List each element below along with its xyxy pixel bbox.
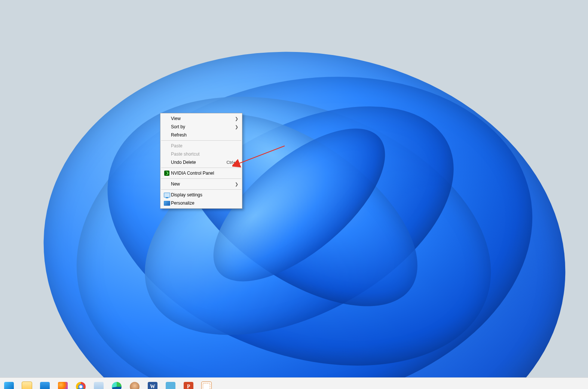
taskbar-chrome[interactable] [72,378,90,389]
wallpaper-bloom [43,0,566,389]
mail-icon [166,382,175,389]
taskbar-edge[interactable] [108,378,126,389]
menu-separator [161,189,241,190]
taskbar-file-explorer[interactable] [18,378,36,389]
menu-label: New [171,181,231,187]
taskbar-start-button[interactable] [0,378,18,389]
menu-item-personalize[interactable]: Personalize [160,199,242,207]
taskbar-microsoft-store[interactable] [36,378,54,389]
menu-shortcut: Ctrl+Z [223,160,238,165]
taskbar-firefox[interactable] [54,378,72,389]
menu-item-paste-shortcut: Paste shortcut [160,150,242,158]
menu-label: Refresh [171,132,238,138]
user-avatar-icon [130,382,140,389]
firefox-icon [58,382,68,389]
menu-separator [161,168,241,168]
menu-item-sort-by[interactable]: Sort by ❯ [160,123,242,131]
nvidia-icon [163,171,171,176]
menu-item-paste: Paste [160,142,242,150]
menu-label: Personalize [171,200,238,206]
taskbar-notepad[interactable] [90,378,108,389]
notepad-icon [94,382,104,389]
menu-label: Sort by [171,124,231,129]
menu-label: NVIDIA Control Panel [171,171,238,176]
chevron-right-icon: ❯ [231,116,238,121]
taskbar-word[interactable]: W [144,378,162,389]
chevron-right-icon: ❯ [231,125,238,129]
menu-item-undo-delete[interactable]: Undo Delete Ctrl+Z [160,158,242,166]
menu-label: View [171,116,231,121]
edge-icon [112,382,122,389]
store-icon [40,382,50,389]
menu-label: Paste shortcut [171,151,238,157]
desktop-context-menu: View ❯ Sort by ❯ Refresh Paste Paste sho… [160,113,242,209]
chevron-right-icon: ❯ [231,182,238,187]
menu-separator [161,140,241,141]
taskbar-snipping-tool[interactable] [197,378,215,389]
menu-item-view[interactable]: View ❯ [160,114,242,123]
chrome-icon [76,382,86,389]
menu-item-nvidia-control-panel[interactable]: NVIDIA Control Panel [160,169,242,177]
menu-item-new[interactable]: New ❯ [160,180,242,188]
powerpoint-icon: P [184,382,193,389]
snipping-tool-icon [201,382,212,389]
taskbar-powerpoint[interactable]: P [180,378,197,389]
taskbar: W P [0,377,588,389]
display-icon [163,193,171,197]
taskbar-user[interactable] [126,378,144,389]
menu-separator [161,178,241,179]
start-icon [4,382,14,389]
menu-label: Paste [171,143,238,148]
menu-label: Undo Delete [171,160,223,165]
desktop[interactable] [0,0,588,389]
menu-item-refresh[interactable]: Refresh [160,131,242,139]
file-explorer-icon [22,382,32,389]
word-icon: W [148,382,157,389]
taskbar-mail[interactable] [162,378,180,389]
menu-label: Display settings [171,192,238,197]
personalize-icon [163,201,171,206]
menu-item-display-settings[interactable]: Display settings [160,191,242,199]
